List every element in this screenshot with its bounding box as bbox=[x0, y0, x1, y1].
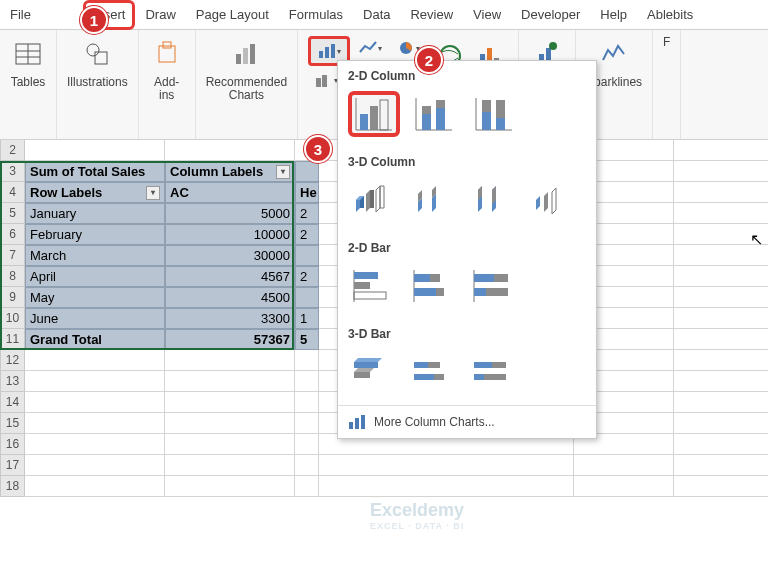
tab-help[interactable]: Help bbox=[590, 0, 637, 30]
svg-marker-49 bbox=[370, 190, 374, 208]
100-stacked-bar-3d[interactable] bbox=[468, 349, 520, 395]
row-header[interactable]: 11 bbox=[0, 329, 25, 350]
row-header[interactable]: 18 bbox=[0, 476, 25, 497]
section-2d-bar: 2-D Bar bbox=[338, 233, 596, 259]
100-stacked-column-3d[interactable] bbox=[468, 177, 520, 223]
svg-rect-69 bbox=[430, 274, 440, 282]
svg-rect-32 bbox=[380, 100, 388, 130]
illustrations-icon bbox=[79, 36, 115, 72]
svg-rect-7 bbox=[163, 42, 171, 48]
svg-marker-86 bbox=[492, 362, 506, 368]
tab-draw[interactable]: Draw bbox=[135, 0, 185, 30]
tab-review[interactable]: Review bbox=[400, 0, 463, 30]
data-cell[interactable]: 5000 bbox=[165, 203, 295, 224]
data-cell[interactable]: 4500 bbox=[165, 287, 295, 308]
tab-developer[interactable]: Developer bbox=[511, 0, 590, 30]
callout-1: 1 bbox=[80, 6, 108, 34]
clustered-column-3d[interactable] bbox=[348, 177, 400, 223]
filter-button[interactable]: ▾ bbox=[276, 165, 290, 179]
data-cell[interactable]: June bbox=[25, 308, 165, 329]
svg-rect-68 bbox=[414, 274, 430, 282]
svg-rect-71 bbox=[436, 288, 444, 296]
3d-column[interactable] bbox=[528, 177, 580, 223]
row-header[interactable]: 9 bbox=[0, 287, 25, 308]
clustered-bar-2d[interactable] bbox=[348, 263, 400, 309]
row-header[interactable]: 13 bbox=[0, 371, 25, 392]
tab-file[interactable]: File bbox=[0, 0, 41, 30]
svg-marker-50 bbox=[376, 186, 380, 212]
section-3d-column: 3-D Column bbox=[338, 147, 596, 173]
row-header[interactable]: 4 bbox=[0, 182, 25, 203]
tab-formulas[interactable]: Formulas bbox=[279, 0, 353, 30]
100-stacked-bar-2d[interactable] bbox=[468, 263, 520, 309]
addins-button[interactable]: Add- ins bbox=[149, 36, 185, 102]
svg-rect-12 bbox=[325, 47, 329, 58]
data-cell[interactable]: 30000 bbox=[165, 245, 295, 266]
row-header[interactable]: 10 bbox=[0, 308, 25, 329]
stacked-bar-2d[interactable] bbox=[408, 263, 460, 309]
grand-total-label[interactable]: Grand Total bbox=[25, 329, 165, 350]
line-chart-button[interactable] bbox=[352, 36, 388, 60]
watermark: Exceldemy EXCEL · DATA · BI bbox=[370, 500, 464, 531]
stacked-column-2d[interactable] bbox=[408, 91, 460, 137]
row-header[interactable]: 6 bbox=[0, 224, 25, 245]
cell-sum-of-total[interactable]: Sum of Total Sales bbox=[25, 161, 165, 182]
more-button[interactable]: F bbox=[663, 36, 670, 49]
row-header[interactable]: 17 bbox=[0, 455, 25, 476]
row-header[interactable]: 5 bbox=[0, 203, 25, 224]
data-cell[interactable]: February bbox=[25, 224, 165, 245]
svg-marker-88 bbox=[484, 374, 506, 380]
row-header[interactable]: 8 bbox=[0, 266, 25, 287]
clustered-column-2d[interactable] bbox=[348, 91, 400, 137]
cell-ac-header[interactable]: AC bbox=[165, 182, 295, 203]
data-cell[interactable]: April bbox=[25, 266, 165, 287]
data-cell[interactable]: May bbox=[25, 287, 165, 308]
svg-rect-90 bbox=[355, 418, 359, 429]
illustrations-button[interactable]: Illustrations bbox=[67, 36, 128, 89]
more-column-charts[interactable]: More Column Charts... bbox=[338, 405, 596, 434]
data-cell[interactable]: March bbox=[25, 245, 165, 266]
tab-ablebits[interactable]: Ablebits bbox=[637, 0, 703, 30]
svg-rect-42 bbox=[482, 100, 491, 112]
tab-data[interactable]: Data bbox=[353, 0, 400, 30]
svg-marker-79 bbox=[354, 368, 374, 372]
svg-rect-13 bbox=[331, 44, 335, 58]
row-header[interactable]: 2 bbox=[0, 140, 25, 161]
data-cell[interactable]: 3300 bbox=[165, 308, 295, 329]
svg-marker-51 bbox=[380, 186, 384, 208]
svg-rect-9 bbox=[243, 48, 248, 64]
svg-rect-8 bbox=[236, 54, 241, 64]
svg-marker-84 bbox=[434, 374, 444, 380]
tables-button[interactable]: Tables bbox=[10, 36, 46, 89]
svg-marker-80 bbox=[354, 372, 370, 378]
svg-rect-74 bbox=[494, 274, 508, 282]
cell-row-labels[interactable]: Row Labels▾ bbox=[25, 182, 165, 203]
row-header[interactable]: 7 bbox=[0, 245, 25, 266]
tab-pagelayout[interactable]: Page Layout bbox=[186, 0, 279, 30]
stacked-column-3d[interactable] bbox=[408, 177, 460, 223]
data-cell[interactable]: January bbox=[25, 203, 165, 224]
row-header[interactable]: 12 bbox=[0, 350, 25, 371]
svg-marker-61 bbox=[544, 192, 548, 212]
100-stacked-column-2d[interactable] bbox=[468, 91, 520, 137]
svg-rect-89 bbox=[349, 422, 353, 429]
row-header[interactable]: 16 bbox=[0, 434, 25, 455]
data-cell[interactable]: 10000 bbox=[165, 224, 295, 245]
filter-button-2[interactable]: ▾ bbox=[146, 186, 160, 200]
clustered-bar-3d[interactable] bbox=[348, 349, 400, 395]
row-header[interactable]: 15 bbox=[0, 413, 25, 434]
svg-rect-91 bbox=[361, 415, 365, 429]
cell-column-labels[interactable]: Column Labels▾ bbox=[165, 161, 295, 182]
row-header[interactable]: 14 bbox=[0, 392, 25, 413]
svg-rect-38 bbox=[436, 100, 445, 108]
stacked-bar-3d[interactable] bbox=[408, 349, 460, 395]
svg-rect-10 bbox=[250, 44, 255, 64]
svg-rect-37 bbox=[436, 108, 445, 130]
svg-marker-82 bbox=[428, 362, 440, 368]
recommended-charts-button[interactable]: Recommended Charts bbox=[206, 36, 287, 102]
tables-icon bbox=[10, 36, 46, 72]
data-cell[interactable]: 4567 bbox=[165, 266, 295, 287]
tab-view[interactable]: View bbox=[463, 0, 511, 30]
row-header[interactable]: 3 bbox=[0, 161, 25, 182]
grand-total-value[interactable]: 57367 bbox=[165, 329, 295, 350]
